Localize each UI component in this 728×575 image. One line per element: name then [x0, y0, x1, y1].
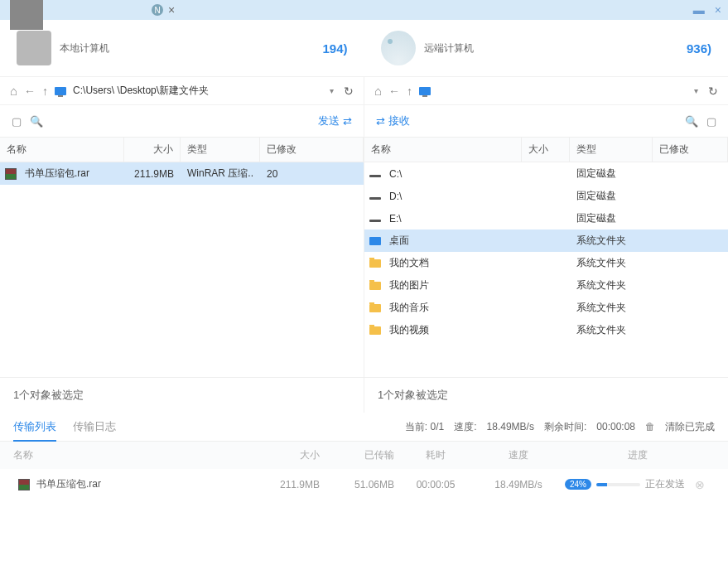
local-computer-pane: 本地计算机 194) — [0, 20, 364, 76]
remote-pathbar: ⌂ ← ↑ ▾ ↻ — [364, 77, 728, 104]
new-folder-icon[interactable]: ▢ — [706, 115, 716, 128]
rar-icon — [18, 479, 30, 490]
tab-transfer-log[interactable]: 传输日志 — [73, 419, 116, 434]
col-modified[interactable]: 已修改 — [653, 138, 728, 162]
file-row[interactable]: 书单压缩包.rar211.9MBWinRAR 压缩..20 — [0, 162, 364, 185]
cell: 系统文件夹 — [570, 232, 653, 249]
cell: 书单压缩包.rar — [18, 165, 124, 182]
back-icon[interactable]: ← — [388, 85, 400, 98]
cell — [522, 284, 570, 288]
cell: 我的文档 — [383, 254, 522, 272]
cell — [653, 172, 728, 176]
remote-file-list[interactable]: C:\固定磁盘D:\固定磁盘E:\固定磁盘桌面系统文件夹我的文档系统文件夹我的图… — [364, 162, 728, 377]
notification-badge[interactable]: N — [152, 4, 163, 16]
local-status: 1个对象被选定 — [0, 378, 364, 413]
tr-done: 51.06MB — [320, 479, 394, 490]
speed-label: 速度: — [454, 420, 476, 434]
th-done: 已传输 — [320, 448, 394, 462]
remote-file-header: 名称 大小 类型 已修改 — [364, 137, 728, 162]
monitor-icon — [55, 87, 66, 95]
remote-label: 远端计算机 — [424, 41, 474, 56]
cell — [653, 329, 728, 332]
col-size[interactable]: 大小 — [522, 138, 570, 162]
tab-close-icon[interactable]: × — [168, 3, 175, 17]
cell: 固定磁盘 — [570, 210, 653, 227]
remain-label: 剩余时间: — [544, 420, 586, 434]
titlebar: N × ▬ × — [0, 0, 728, 20]
cell — [653, 195, 728, 198]
file-row[interactable]: 我的音乐系统文件夹 — [364, 297, 728, 319]
disk-icon — [369, 220, 381, 222]
path-dropdown-icon[interactable]: ▾ — [330, 86, 334, 95]
local-file-list[interactable]: 书单压缩包.rar211.9MBWinRAR 压缩..20 — [0, 162, 364, 377]
transfer-current: 当前: 0/1 — [405, 420, 444, 434]
rar-icon — [5, 168, 17, 180]
computers-header: 本地计算机 194) 远端计算机 936) — [0, 20, 728, 76]
send-button[interactable]: 发送 ⇄ — [318, 114, 352, 128]
transfer-row[interactable]: 书单压缩包.rar211.9MB51.06MB00:00:0518.49MB/s… — [0, 469, 728, 500]
col-name[interactable]: 名称 — [0, 138, 124, 162]
remote-avatar — [381, 31, 416, 65]
back-icon[interactable]: ← — [24, 85, 36, 98]
file-row[interactable]: E:\固定磁盘 — [364, 207, 728, 230]
file-row[interactable]: 我的文档系统文件夹 — [364, 252, 728, 274]
cell: 我的音乐 — [383, 299, 522, 316]
tr-time: 00:00:05 — [394, 479, 477, 490]
transfer-header: 名称 大小 已传输 耗时 速度 进度 — [0, 442, 728, 469]
cell: C:\ — [383, 167, 522, 181]
file-row[interactable]: 我的视频系统文件夹 — [364, 319, 728, 341]
app-icon — [10, 0, 43, 30]
desktop-icon — [369, 237, 381, 245]
up-icon[interactable]: ↑ — [407, 85, 412, 98]
file-row[interactable]: C:\固定磁盘 — [364, 162, 728, 185]
local-pathbar: ⌂ ← ↑ C:\Users\ \Desktop\新建文件夹 ▾ ↻ — [0, 77, 364, 104]
local-path[interactable]: C:\Users\ \Desktop\新建文件夹 — [73, 84, 323, 98]
cell — [653, 307, 728, 310]
cell — [522, 262, 570, 265]
minimize-button[interactable]: ▬ — [693, 3, 705, 17]
local-actionbar: ▢ 🔍 发送 ⇄ — [0, 105, 364, 137]
col-modified[interactable]: 已修改 — [260, 138, 364, 162]
path-dropdown-icon[interactable]: ▾ — [694, 86, 698, 95]
cell — [522, 239, 570, 243]
trash-icon[interactable]: 🗑 — [645, 421, 655, 432]
home-icon[interactable]: ⌂ — [10, 84, 17, 98]
cell: 我的视频 — [383, 321, 522, 339]
close-button[interactable]: × — [715, 3, 721, 17]
home-icon[interactable]: ⌂ — [374, 84, 382, 98]
th-size: 大小 — [229, 448, 320, 462]
monitor-icon — [419, 87, 431, 95]
cell: 系统文件夹 — [570, 254, 653, 272]
new-folder-icon[interactable]: ▢ — [12, 115, 22, 128]
file-row[interactable]: D:\固定磁盘 — [364, 185, 728, 207]
cell: 系统文件夹 — [570, 299, 653, 316]
file-row[interactable]: 我的图片系统文件夹 — [364, 274, 728, 297]
cell: 固定磁盘 — [570, 165, 653, 182]
th-progress: 进度 — [560, 448, 715, 462]
speed-value: 18.49MB/s — [487, 421, 534, 432]
col-type[interactable]: 类型 — [181, 138, 260, 162]
refresh-icon[interactable]: ↻ — [344, 85, 354, 98]
remote-computer-pane: 远端计算机 936) — [364, 20, 729, 76]
progress-cell: 24% — [560, 479, 645, 490]
remote-actionbar: ⇄ 接收 🔍 ▢ — [364, 105, 728, 137]
transfer-tabs: 传输列表 传输日志 当前: 0/1 速度: 18.49MB/s 剩余时间: 00… — [0, 413, 728, 442]
col-name[interactable]: 名称 — [364, 138, 522, 162]
search-icon[interactable]: 🔍 — [30, 115, 43, 128]
clear-done-button[interactable]: 清除已完成 — [665, 420, 715, 434]
cancel-icon[interactable]: ⊗ — [695, 478, 715, 491]
receive-label: 接收 — [388, 114, 410, 128]
file-row[interactable]: 桌面系统文件夹 — [364, 230, 728, 252]
cell — [522, 195, 570, 198]
local-file-pane: 名称 大小 类型 已修改 书单压缩包.rar211.9MBWinRAR 压缩..… — [0, 137, 364, 377]
tab-transfer-list[interactable]: 传输列表 — [13, 419, 56, 434]
tr-size: 211.9MB — [229, 479, 320, 490]
col-size[interactable]: 大小 — [124, 138, 181, 162]
up-icon[interactable]: ↑ — [42, 85, 48, 98]
search-icon[interactable]: 🔍 — [685, 115, 698, 128]
cell: 系统文件夹 — [570, 277, 653, 294]
col-type[interactable]: 类型 — [570, 138, 653, 162]
refresh-icon[interactable]: ↻ — [708, 85, 718, 98]
th-name: 名称 — [13, 448, 229, 462]
receive-button[interactable]: ⇄ 接收 — [376, 114, 410, 128]
